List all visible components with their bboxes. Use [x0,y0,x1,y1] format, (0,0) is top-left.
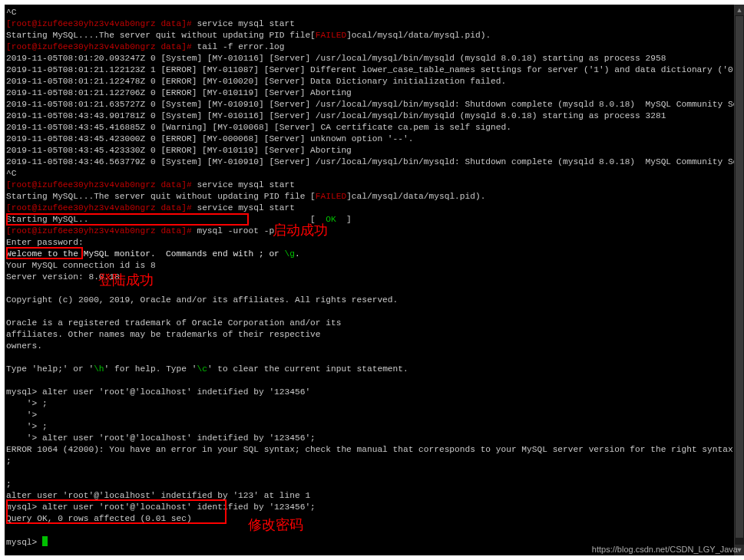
terminal-line: Oracle is a registered trademark of Orac… [6,318,739,329]
terminal-line: 2019-11-05T08:43:45.423330Z 0 [ERROR] [M… [6,145,739,156]
terminal-line: 2019-11-05T08:43:43.901781Z 0 [System] [… [6,110,739,122]
scroll-up-arrow[interactable]: ▲ [735,5,744,15]
terminal-line: 2019-11-05T08:43:45.416885Z 0 [Warning] … [6,122,739,133]
terminal-line: [root@izuf6ee30yhz3v4vab0ngrz data]# ser… [6,180,739,191]
annotation-login-ok: 登陆成功 [98,271,154,289]
terminal-line: affiliates. Other names may be trademark… [6,329,739,341]
terminal-line: 2019-11-05T08:01:21.122706Z 0 [ERROR] [M… [6,87,739,99]
annotation-start-ok: 启动成功 [273,221,328,239]
terminal-line: Your MySQL connection id is 8 [6,260,739,272]
terminal-line: Type 'help;' or '\h' for help. Type '\c'… [6,364,739,375]
terminal-line: '> [6,410,739,421]
terminal-line: Starting MySQL...The server quit without… [6,191,739,203]
terminal-line: [root@izuf6ee30yhz3v4vab0ngrz data]# ser… [6,203,739,214]
terminal-line: ; [6,456,739,467]
csdn-watermark: https://blog.csdn.net/CSDN_LGY_Java [592,545,738,554]
terminal-line: Starting MySQL....The server quit withou… [6,30,739,41]
terminal-line [6,525,739,536]
highlight-box-start [6,213,249,226]
terminal-line: ; [6,479,739,490]
scroll-thumb[interactable] [736,16,743,538]
terminal-line [6,467,739,479]
terminal-line: [root@izuf6ee30yhz3v4vab0ngrz data]# mys… [6,226,739,237]
terminal-line: Copyright (c) 2000, 2019, Oracle and/or … [6,295,739,306]
terminal-line: '> alter user 'root'@'localhost' indetif… [6,433,739,444]
annotation-change-pw: 修改密码 [248,516,303,534]
terminal-line: mysql> alter user 'root'@'localhost' ind… [6,387,739,398]
terminal-line: 2019-11-05T08:43:45.423000Z 0 [ERROR] [M… [6,133,739,145]
highlight-box-login [6,247,83,259]
terminal-line: '> ; [6,398,739,410]
terminal-line [6,306,739,318]
terminal-line: Welcome to the MySQL monitor. Commands e… [6,249,739,260]
terminal-line: ERROR 1064 (42000): You have an error in… [6,444,739,456]
terminal-line: ^C [6,168,739,180]
terminal-line: 2019-11-05T08:01:20.093247Z 0 [System] [… [6,53,739,64]
terminal-line: Enter password: [6,237,739,249]
terminal-line [6,352,739,364]
terminal-line [6,375,739,387]
terminal-line: owners. [6,341,739,352]
terminal-line: 2019-11-05T08:01:21.122478Z 0 [ERROR] [M… [6,76,739,87]
highlight-box-password [6,499,227,524]
cursor [42,536,48,546]
terminal-line: '> ; [6,421,739,433]
terminal-line: 2019-11-05T08:01:21.635727Z 0 [System] [… [6,99,739,110]
terminal-line: [root@izuf6ee30yhz3v4vab0ngrz data]# ser… [6,18,739,30]
vertical-scrollbar[interactable]: ▲ ▼ [734,5,744,555]
terminal-line: [root@izuf6ee30yhz3v4vab0ngrz data]# tai… [6,41,739,53]
terminal-line: ^C [6,7,739,18]
terminal-line: 2019-11-05T08:01:21.122123Z 1 [ERROR] [M… [6,64,739,76]
terminal-line: 2019-11-05T08:43:46.563779Z 0 [System] [… [6,156,739,168]
